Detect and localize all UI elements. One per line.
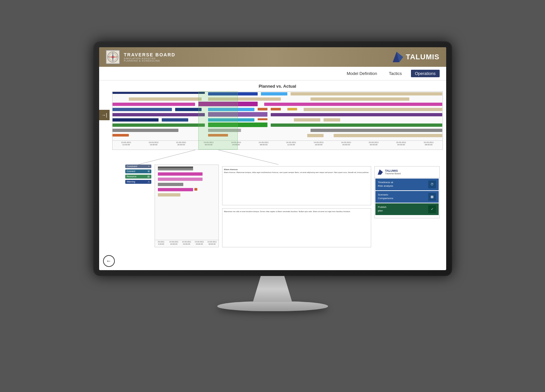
axis-label: 14-03-201108:00:00 xyxy=(250,141,277,147)
nav-model-definition[interactable]: Model Definition xyxy=(344,70,380,77)
scenario-icon: ▦ xyxy=(428,193,436,201)
svg-marker-12 xyxy=(378,169,383,175)
warning-button[interactable]: Warning ⚠ xyxy=(125,180,151,184)
gantt-bar xyxy=(113,113,205,116)
gantt-bar xyxy=(258,108,267,110)
detail-popups: Etiam rhoncus. Etiam rhoncus. Maecenas t… xyxy=(222,165,371,247)
resource-icon: ▤ xyxy=(147,175,150,178)
talumis-brand-text: TALUMIS xyxy=(406,53,439,61)
gantt-main-chart: 13-03-201112:00:00 13-03-201116:00:00 13… xyxy=(112,91,443,150)
gantt-bar xyxy=(294,118,320,122)
nav-operations[interactable]: Operations xyxy=(411,70,440,77)
gantt-time-axis: 13-03-201112:00:00 13-03-201116:00:00 13… xyxy=(113,140,443,150)
panel-brand-info: TALUMIS Traverse Board xyxy=(385,169,401,175)
detail-row xyxy=(155,177,219,181)
detail-chart-container: 03-20110:00:00 14-03-201100:00:00 14-03-… xyxy=(155,165,219,247)
app-subtitle2: PLANNING & SCHEDULING xyxy=(124,60,175,62)
gantt-rows xyxy=(113,92,443,142)
connect-button[interactable]: Connect ⊞ xyxy=(125,169,151,173)
timeliness-label: Timeliness atRisk analysis xyxy=(378,181,393,188)
gantt-bar xyxy=(271,108,280,110)
connect-label: Connect xyxy=(127,170,135,172)
nav-tactics[interactable]: Tactics xyxy=(386,70,404,77)
detail-controls: Constraint + Connect ⊞ Resource ▤ xyxy=(125,165,151,247)
gantt-bar xyxy=(113,123,205,127)
gantt-bar xyxy=(175,108,202,111)
talumis-logo: TALUMIS xyxy=(392,51,439,63)
nav-bar: Model Definition Tactics Operations xyxy=(99,67,446,80)
gantt-bar xyxy=(271,123,442,127)
detail-gantt-rows xyxy=(155,165,219,199)
popup-2-content: Maecenas nec odio et ante tincidunt temp… xyxy=(224,211,351,212)
gantt-bar xyxy=(324,118,340,122)
publish-plan-panel-item[interactable]: Publishplan ✓ xyxy=(375,203,439,215)
svg-line-11 xyxy=(218,150,279,165)
monitor-stand-base xyxy=(217,301,328,311)
gantt-row xyxy=(113,92,443,96)
detail-row xyxy=(155,167,219,171)
resource-button[interactable]: Resource ▤ xyxy=(125,175,151,179)
constraint-label: Constraint xyxy=(127,165,137,167)
detail-axis-label: 14-03-201102:00:00 xyxy=(180,240,193,245)
gantt-highlight-overlay xyxy=(198,92,238,150)
popup-text-2: Maecenas nec odio et ante tincidunt temp… xyxy=(222,208,371,247)
timeliness-panel-item[interactable]: Timeliness atRisk analysis ⏱ xyxy=(375,179,439,190)
talumis-logo-icon xyxy=(392,51,404,63)
svg-line-10 xyxy=(138,150,195,165)
detail-gantt-chart: 03-20110:00:00 14-03-201100:00:00 14-03-… xyxy=(155,165,219,247)
app-title: TRAVERSE BOARD xyxy=(124,52,175,57)
detail-bar xyxy=(158,178,203,181)
svg-text:E: E xyxy=(116,56,117,58)
app-title-block: TRAVERSE BOARD SIMULATION ASSISTED PLANN… xyxy=(124,52,175,62)
back-button[interactable]: ← xyxy=(103,255,115,267)
gantt-title: Planned vs. Actual xyxy=(112,84,443,89)
detail-bar xyxy=(194,188,198,191)
detail-section: Constraint + Connect ⊞ Resource ▤ xyxy=(125,165,440,247)
axis-label: 15-03-201100:00:00 xyxy=(360,141,387,147)
axis-label: 14-03-201112:00:00 xyxy=(277,141,305,147)
back-arrow-icon: ← xyxy=(106,258,112,264)
gantt-bar xyxy=(271,113,442,116)
detail-bar xyxy=(158,193,180,196)
axis-label: 14-03-201116:00:00 xyxy=(305,141,332,147)
detail-bar xyxy=(158,183,183,186)
gantt-bar xyxy=(113,118,159,122)
axis-label: 15-03-201108:00:00 xyxy=(415,141,442,147)
compass-logo-icon: N S W E xyxy=(106,50,120,64)
gantt-bar xyxy=(162,118,188,122)
panel-talumis-text: TALUMIS xyxy=(385,169,401,172)
constraint-button[interactable]: Constraint + xyxy=(125,165,151,168)
gantt-bar xyxy=(113,134,129,137)
gantt-bar xyxy=(258,118,267,120)
gantt-row xyxy=(113,97,443,101)
monitor-screen: N S W E TRAVERSE BOARD SIMULATION ASSIST… xyxy=(99,47,446,270)
gantt-bar xyxy=(113,92,205,94)
gantt-bar xyxy=(334,134,443,137)
gantt-row xyxy=(113,112,443,117)
gantt-bar xyxy=(113,103,195,106)
monitor-stand-neck xyxy=(253,276,292,302)
collapse-button[interactable]: →| xyxy=(99,110,110,120)
detail-axis-label: 14-03-201104:00:00 xyxy=(193,240,206,245)
svg-text:N: N xyxy=(112,52,113,54)
gantt-bar xyxy=(304,108,442,111)
header-left: N S W E TRAVERSE BOARD SIMULATION ASSIST… xyxy=(106,50,175,64)
gantt-row xyxy=(113,107,443,112)
gantt-row xyxy=(113,133,443,138)
detail-row xyxy=(155,193,219,197)
detail-bar xyxy=(158,167,193,168)
app-subtitle1: SIMULATION ASSISTED xyxy=(124,57,175,60)
gantt-bar xyxy=(310,97,410,101)
resource-label: Resource xyxy=(127,175,137,178)
axis-label: 13-03-201116:00:00 xyxy=(140,141,167,147)
monitor-wrapper: N S W E TRAVERSE BOARD SIMULATION ASSIST… xyxy=(77,41,468,351)
svg-text:W: W xyxy=(108,56,109,58)
axis-label: 13-03-201112:00:00 xyxy=(113,141,140,147)
gantt-bar xyxy=(307,134,324,137)
axis-label: 14-03-201120:00:00 xyxy=(332,141,360,147)
side-panel: TALUMIS Traverse Board Timeliness atRisk… xyxy=(374,166,440,218)
gantt-row xyxy=(113,123,443,127)
scenario-panel-item[interactable]: ScenarioComparisons ▦ xyxy=(375,191,439,203)
axis-label: 15-03-201104:00:00 xyxy=(387,141,415,147)
popup-1-content: Etiam rhoncus. Maecenas tempus, tellus e… xyxy=(224,171,369,173)
